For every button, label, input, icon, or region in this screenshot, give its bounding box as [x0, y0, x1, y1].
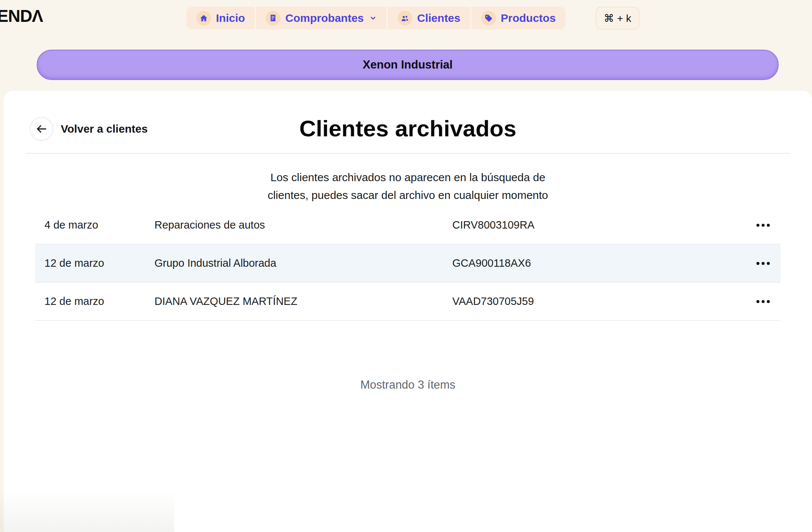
tag-icon — [481, 11, 496, 26]
items-summary: Mostrando 3 ítems — [26, 378, 790, 392]
command-palette-shortcut[interactable]: ⌘ + k — [596, 7, 639, 30]
nav-item-inicio[interactable]: Inicio — [186, 7, 256, 30]
client-name: Grupo Industrial Alborada — [154, 257, 452, 269]
client-tax-id: VAAD730705J59 — [452, 295, 755, 307]
ellipsis-icon — [756, 300, 759, 303]
company-name: Xenon Industrial — [363, 58, 453, 72]
client-name: DIANA VAZQUEZ MARTÍNEZ — [154, 295, 452, 307]
row-actions-menu-button[interactable] — [755, 220, 771, 230]
nav-label: Productos — [501, 12, 556, 24]
archived-clients-list: 4 de marzo Reparaciones de autos CIRV800… — [35, 206, 781, 321]
receipt-icon — [266, 11, 280, 26]
chevron-down-icon — [369, 14, 377, 22]
client-archived-date: 12 de marzo — [44, 257, 154, 269]
nav-item-comprobantes[interactable]: Comprobantes — [256, 7, 387, 30]
card-header: Volver a clientes Clientes archivados — [26, 117, 790, 141]
nav-label: Clientes — [417, 12, 460, 24]
archived-clients-card: Volver a clientes Clientes archivados Lo… — [4, 91, 812, 532]
client-name: Reparaciones de autos — [154, 219, 452, 231]
company-banner[interactable]: Xenon Industrial — [37, 50, 779, 80]
client-archived-date: 4 de marzo — [44, 219, 154, 231]
home-icon — [196, 11, 211, 26]
nav-item-clientes[interactable]: Clientes — [387, 7, 471, 30]
nav-item-productos[interactable]: Productos — [471, 7, 566, 30]
ellipsis-icon — [756, 224, 759, 227]
main-nav: Inicio Comprobantes — [186, 7, 566, 30]
ellipsis-icon — [756, 262, 759, 265]
page-title: Clientes archivados — [26, 115, 790, 142]
client-row: 4 de marzo Reparaciones de autos CIRV800… — [35, 206, 781, 245]
client-tax-id: GCA900118AX6 — [452, 257, 755, 269]
client-row: 12 de marzo Grupo Industrial Alborada GC… — [35, 245, 781, 283]
top-bar: ENDΛ Inicio Comprobantes — [0, 0, 812, 36]
nav-label: Comprobantes — [285, 12, 364, 24]
page-description: Los clientes archivados no aparecen en l… — [258, 169, 558, 204]
row-actions-menu-button[interactable] — [755, 296, 771, 307]
header-divider — [26, 153, 790, 154]
row-actions-menu-button[interactable] — [755, 258, 771, 269]
nav-label: Inicio — [216, 12, 245, 24]
client-row: 12 de marzo DIANA VAZQUEZ MARTÍNEZ VAAD7… — [35, 283, 781, 321]
brand-logo[interactable]: ENDΛ — [0, 6, 43, 26]
client-archived-date: 12 de marzo — [44, 295, 154, 307]
users-icon — [397, 11, 412, 26]
client-tax-id: CIRV8003109RA — [452, 219, 755, 231]
